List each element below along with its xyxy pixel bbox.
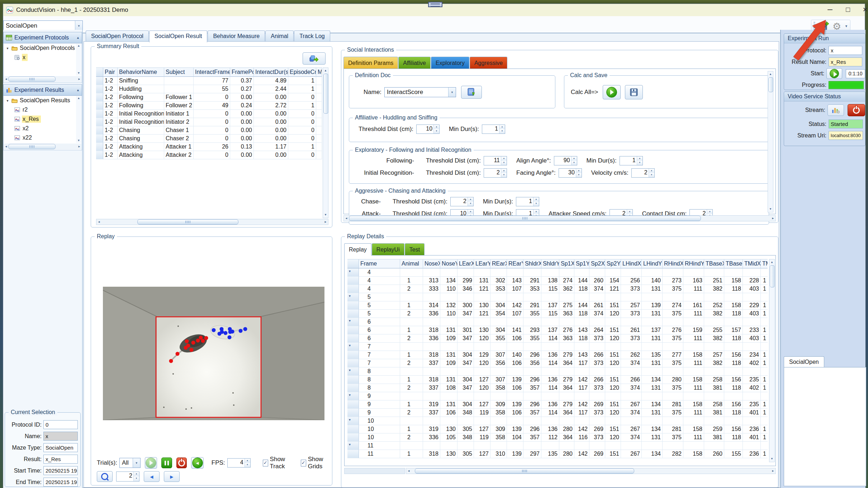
row-selector-cell[interactable]: ▾ [347,367,359,376]
field-input[interactable]: 0 [43,420,78,429]
column-header-EpisodeCnt[interactable]: EpisodeCnt [288,67,316,77]
column-header-Animal[interactable]: Animal [400,259,423,268]
scroll-thumb[interactable] [349,216,701,221]
titlebar[interactable]: ConductVision - hhe_1 - 20250331 Demo ─ … [3,4,865,16]
summary-row[interactable]: 1-2FollowingFollower 2490.242.721 [96,102,323,110]
frame-group-row[interactable]: ▾9 [347,392,768,400]
frame-group-row[interactable]: ▾8 [347,367,768,376]
social-tab-definition-params[interactable]: Definition Params [343,57,398,70]
calc-all-button[interactable] [603,85,621,99]
column-header-NoseY[interactable]: NoseY [440,259,457,268]
spin-up-icon[interactable]: ▲ [434,125,439,129]
new-definition-button[interactable] [461,86,482,99]
tab-behavior-measure[interactable]: Behavior Measure [208,30,265,42]
spin-down-icon[interactable]: ▼ [576,173,582,177]
summary-hscrollbar[interactable]: ◄ ► [96,219,328,225]
column-header-Sp1Y[interactable]: Sp1Y [574,259,589,268]
column-header-TM[interactable]: TM [761,259,768,268]
row-selector-cell[interactable] [347,376,359,384]
spinner-buttons[interactable]: ▲▼ [649,169,654,177]
replay-stop-button[interactable] [176,458,187,468]
row-selector-cell[interactable] [347,450,359,458]
scroll-right-icon[interactable]: ► [324,220,327,224]
start-time-input[interactable]: 0:1:10 [846,69,865,78]
detail-row[interactable]: 9131913130412730913929613627914226915126… [347,400,768,409]
frame-prev-button[interactable]: ◄ [144,471,160,482]
detail-row[interactable]: 7131813130412930714029613627914326615126… [347,351,768,359]
column-header-Frame[interactable]: Frame [359,259,400,268]
row-selector-cell[interactable] [96,110,103,118]
spin-up-icon[interactable]: ▲ [533,197,539,202]
param-spinner[interactable]: 1▲▼ [482,125,505,134]
row-selector-cell[interactable] [96,85,103,93]
results-header[interactable]: Experiment Results ▲ [3,84,82,96]
param-spinner[interactable]: 11▲▼ [484,156,507,165]
detail-row[interactable]: 4131313429913130214329113827414426015425… [347,277,768,285]
row-selector-cell[interactable] [96,143,103,151]
spinner-buttons[interactable]: ▲▼ [637,156,642,165]
protocol-input[interactable]: x [829,46,862,55]
row-selector-cell[interactable] [96,126,103,135]
column-header-ShldrY[interactable]: ShldrY [541,259,559,268]
tab-socialopen-protocol[interactable]: SocialOpen Protocol [86,30,149,42]
replay-pause-button[interactable] [161,458,172,468]
details-tab-replay[interactable]: Replay [344,243,371,255]
column-header-LHindY[interactable]: LHindY [642,259,663,268]
detail-row[interactable]: 5131413230013030414229113727514426115125… [347,301,768,310]
social-tab-affiliative[interactable]: Affiliative [398,57,431,69]
column-header-Subject[interactable]: Subject [164,67,194,77]
tree-expander-icon[interactable]: ▾ [5,46,10,50]
summary-row[interactable]: 1-2Initial RecognitionInitiator 100.000.… [96,110,323,118]
row-selector-cell[interactable] [96,77,103,85]
scroll-up-icon[interactable]: ▲ [323,69,328,73]
frame-next-button[interactable]: ► [164,471,180,482]
spinner-buttons[interactable]: ▲▼ [501,156,507,165]
spinner-buttons[interactable]: ▲▼ [571,156,577,165]
frame-group-row[interactable]: ▾6 [347,318,768,326]
column-header-RHindX[interactable]: RHindX [663,259,683,268]
row-selector-cell[interactable] [347,277,359,285]
social-hscrollbar[interactable]: ◄ ► [343,215,776,221]
scroll-thumb[interactable] [323,74,328,114]
spin-up-icon[interactable]: ▲ [707,210,712,214]
combo-dropdown-icon[interactable]: ▼ [75,21,82,31]
tree-item-x[interactable]: x [4,53,82,62]
column-header-NoseX[interactable]: NoseX [423,259,440,268]
scroll-right-icon[interactable]: ► [78,77,81,81]
start-run-button[interactable] [826,68,842,79]
spin-up-icon[interactable]: ▲ [501,156,507,161]
row-selector-cell[interactable] [96,102,103,110]
combo-dropdown-icon[interactable]: ▼ [133,458,140,468]
detail-row[interactable]: 8233710834712035810635711436411737312037… [347,384,768,392]
details-tab-replayui[interactable]: ReplayUi [372,243,404,255]
maximize-button[interactable]: □ [841,5,854,15]
spinner-buttons[interactable]: ▲▼ [576,169,582,177]
summary-vscrollbar[interactable]: ▲ ▼ [323,67,328,218]
detail-row[interactable]: 7233710934712035610635611436411737312037… [347,359,768,367]
spin-up-icon[interactable]: ▲ [637,156,642,161]
row-selector-cell[interactable] [347,326,359,334]
tree-expander-icon[interactable]: ▾ [5,99,10,103]
spinner-buttons[interactable]: ▲▼ [468,197,473,206]
detail-row[interactable]: 1013191303051273091392961362801422691512… [347,425,768,433]
summary-row[interactable]: 1-2FollowingFollower 100.000.000 [96,93,323,102]
column-header-Sp2Y[interactable]: Sp2Y [605,259,621,268]
param-spinner[interactable]: 10▲▼ [416,125,440,134]
row-selector-cell[interactable] [347,310,359,318]
checkbox-icon[interactable]: ✓ [263,460,268,466]
scroll-left-icon[interactable]: ◄ [5,145,8,149]
summary-row[interactable]: 1-2ChasingChaser 200.000.000 [96,135,323,143]
social-tab-aggressive[interactable]: Aggressive [470,57,507,69]
scroll-left-icon[interactable]: ◄ [345,216,348,221]
scroll-right-icon[interactable]: ► [772,216,774,221]
tab-track-log[interactable]: Track Log [294,30,330,42]
frame-group-row[interactable]: ▾4 [347,268,768,277]
social-tab-exploratory[interactable]: Exploratory [431,57,469,69]
checkbox-show-grids[interactable]: ✓Show Grids [301,456,332,470]
param-spinner[interactable]: 1▲▼ [620,156,643,165]
row-selector-cell[interactable] [96,118,103,126]
scroll-left-icon[interactable]: ◄ [5,77,8,81]
detail-row[interactable]: 6131813130113030414129313727614326415126… [347,326,768,334]
column-header-Sp2X[interactable]: Sp2X [589,259,605,268]
spinner-buttons[interactable]: ▲▼ [501,169,507,177]
